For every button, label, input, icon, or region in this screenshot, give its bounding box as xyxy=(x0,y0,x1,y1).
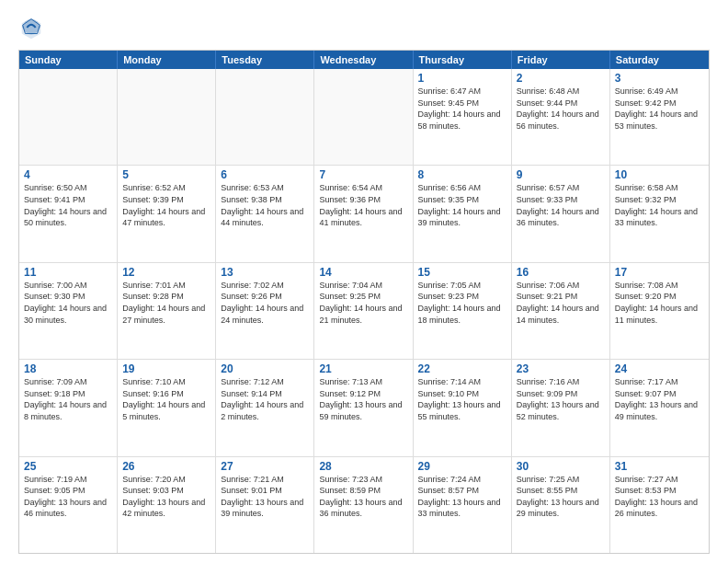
calendar-cell: 30Sunrise: 7:25 AMSunset: 8:55 PMDayligh… xyxy=(512,457,610,553)
header-friday: Friday xyxy=(512,51,610,69)
day-detail: Sunrise: 6:57 AMSunset: 9:33 PMDaylight:… xyxy=(517,182,605,228)
calendar-cell: 3Sunrise: 6:49 AMSunset: 9:42 PMDaylight… xyxy=(610,69,709,165)
day-detail: Sunrise: 7:14 AMSunset: 9:10 PMDaylight:… xyxy=(418,376,506,422)
header-wednesday: Wednesday xyxy=(314,51,413,69)
day-detail: Sunrise: 7:00 AMSunset: 9:30 PMDaylight:… xyxy=(24,280,112,326)
calendar-cell: 9Sunrise: 6:57 AMSunset: 9:33 PMDaylight… xyxy=(512,166,610,261)
day-number: 25 xyxy=(24,460,112,473)
calendar-cell: 24Sunrise: 7:17 AMSunset: 9:07 PMDayligh… xyxy=(610,360,709,455)
calendar-week-3: 18Sunrise: 7:09 AMSunset: 9:18 PMDayligh… xyxy=(19,360,709,456)
calendar-cell: 4Sunrise: 6:50 AMSunset: 9:41 PMDaylight… xyxy=(19,166,118,261)
day-detail: Sunrise: 7:01 AMSunset: 9:28 PMDaylight:… xyxy=(122,280,210,326)
day-number: 21 xyxy=(319,362,407,375)
calendar-cell: 1Sunrise: 6:47 AMSunset: 9:45 PMDaylight… xyxy=(414,69,512,165)
header-sunday: Sunday xyxy=(19,51,118,69)
day-detail: Sunrise: 6:56 AMSunset: 9:35 PMDaylight:… xyxy=(418,182,506,228)
day-number: 29 xyxy=(418,460,506,473)
day-number: 30 xyxy=(517,460,605,473)
calendar-cell: 15Sunrise: 7:05 AMSunset: 9:23 PMDayligh… xyxy=(414,263,512,359)
calendar-week-2: 11Sunrise: 7:00 AMSunset: 9:30 PMDayligh… xyxy=(19,263,709,360)
day-number: 22 xyxy=(418,362,506,375)
calendar-cell: 21Sunrise: 7:13 AMSunset: 9:12 PMDayligh… xyxy=(314,360,413,455)
day-detail: Sunrise: 7:16 AMSunset: 9:09 PMDaylight:… xyxy=(517,376,605,422)
day-detail: Sunrise: 7:25 AMSunset: 8:55 PMDaylight:… xyxy=(517,474,605,520)
day-detail: Sunrise: 7:04 AMSunset: 9:25 PMDaylight:… xyxy=(319,280,407,326)
calendar-cell: 11Sunrise: 7:00 AMSunset: 9:30 PMDayligh… xyxy=(19,263,118,359)
day-detail: Sunrise: 6:48 AMSunset: 9:44 PMDaylight:… xyxy=(517,86,605,132)
calendar-week-1: 4Sunrise: 6:50 AMSunset: 9:41 PMDaylight… xyxy=(19,166,709,262)
day-number: 19 xyxy=(122,362,210,375)
calendar: Sunday Monday Tuesday Wednesday Thursday… xyxy=(18,50,710,554)
day-detail: Sunrise: 7:17 AMSunset: 9:07 PMDaylight:… xyxy=(615,376,704,422)
day-number: 27 xyxy=(221,460,309,473)
day-number: 20 xyxy=(221,362,309,375)
day-detail: Sunrise: 7:06 AMSunset: 9:21 PMDaylight:… xyxy=(517,280,605,326)
day-number: 28 xyxy=(319,460,407,473)
day-number: 13 xyxy=(221,266,309,279)
day-number: 26 xyxy=(122,460,210,473)
day-number: 18 xyxy=(24,362,112,375)
day-detail: Sunrise: 6:50 AMSunset: 9:41 PMDaylight:… xyxy=(24,182,112,228)
day-number: 17 xyxy=(615,266,704,279)
day-detail: Sunrise: 7:12 AMSunset: 9:14 PMDaylight:… xyxy=(221,376,309,422)
day-number: 6 xyxy=(221,168,309,181)
calendar-cell: 19Sunrise: 7:10 AMSunset: 9:16 PMDayligh… xyxy=(118,360,216,455)
day-number: 1 xyxy=(418,72,506,85)
page: Sunday Monday Tuesday Wednesday Thursday… xyxy=(0,0,728,563)
calendar-cell xyxy=(314,69,413,165)
day-number: 12 xyxy=(122,266,210,279)
calendar-cell: 13Sunrise: 7:02 AMSunset: 9:26 PMDayligh… xyxy=(216,263,314,359)
calendar-header: Sunday Monday Tuesday Wednesday Thursday… xyxy=(19,51,709,69)
day-detail: Sunrise: 7:02 AMSunset: 9:26 PMDaylight:… xyxy=(221,280,309,326)
day-number: 24 xyxy=(615,362,704,375)
calendar-cell: 14Sunrise: 7:04 AMSunset: 9:25 PMDayligh… xyxy=(314,263,413,359)
day-number: 31 xyxy=(615,460,704,473)
day-detail: Sunrise: 6:54 AMSunset: 9:36 PMDaylight:… xyxy=(319,182,407,228)
calendar-cell: 18Sunrise: 7:09 AMSunset: 9:18 PMDayligh… xyxy=(19,360,118,455)
day-number: 15 xyxy=(418,266,506,279)
calendar-cell: 17Sunrise: 7:08 AMSunset: 9:20 PMDayligh… xyxy=(610,263,709,359)
header xyxy=(18,15,710,40)
day-detail: Sunrise: 7:13 AMSunset: 9:12 PMDaylight:… xyxy=(319,376,407,422)
day-number: 11 xyxy=(24,266,112,279)
day-number: 14 xyxy=(319,266,407,279)
day-number: 7 xyxy=(319,168,407,181)
day-detail: Sunrise: 6:52 AMSunset: 9:39 PMDaylight:… xyxy=(122,182,210,228)
header-tuesday: Tuesday xyxy=(216,51,314,69)
calendar-cell: 25Sunrise: 7:19 AMSunset: 9:05 PMDayligh… xyxy=(19,457,118,553)
day-detail: Sunrise: 7:19 AMSunset: 9:05 PMDaylight:… xyxy=(24,474,112,520)
calendar-cell: 23Sunrise: 7:16 AMSunset: 9:09 PMDayligh… xyxy=(512,360,610,455)
calendar-cell: 29Sunrise: 7:24 AMSunset: 8:57 PMDayligh… xyxy=(414,457,512,553)
day-detail: Sunrise: 7:10 AMSunset: 9:16 PMDaylight:… xyxy=(122,376,210,422)
day-number: 10 xyxy=(615,168,704,181)
calendar-cell: 7Sunrise: 6:54 AMSunset: 9:36 PMDaylight… xyxy=(314,166,413,261)
calendar-cell: 5Sunrise: 6:52 AMSunset: 9:39 PMDaylight… xyxy=(118,166,216,261)
calendar-cell: 8Sunrise: 6:56 AMSunset: 9:35 PMDaylight… xyxy=(414,166,512,261)
day-detail: Sunrise: 7:24 AMSunset: 8:57 PMDaylight:… xyxy=(418,474,506,520)
day-detail: Sunrise: 6:53 AMSunset: 9:38 PMDaylight:… xyxy=(221,182,309,228)
calendar-week-0: 1Sunrise: 6:47 AMSunset: 9:45 PMDaylight… xyxy=(19,69,709,166)
day-detail: Sunrise: 6:47 AMSunset: 9:45 PMDaylight:… xyxy=(418,86,506,132)
day-number: 4 xyxy=(24,168,112,181)
day-detail: Sunrise: 7:05 AMSunset: 9:23 PMDaylight:… xyxy=(418,280,506,326)
calendar-cell xyxy=(19,69,118,165)
day-number: 5 xyxy=(122,168,210,181)
calendar-cell: 26Sunrise: 7:20 AMSunset: 9:03 PMDayligh… xyxy=(118,457,216,553)
day-detail: Sunrise: 6:58 AMSunset: 9:32 PMDaylight:… xyxy=(615,182,704,228)
calendar-cell: 20Sunrise: 7:12 AMSunset: 9:14 PMDayligh… xyxy=(216,360,314,455)
calendar-cell: 16Sunrise: 7:06 AMSunset: 9:21 PMDayligh… xyxy=(512,263,610,359)
calendar-body: 1Sunrise: 6:47 AMSunset: 9:45 PMDaylight… xyxy=(19,69,709,553)
calendar-cell: 10Sunrise: 6:58 AMSunset: 9:32 PMDayligh… xyxy=(610,166,709,261)
day-detail: Sunrise: 7:27 AMSunset: 8:53 PMDaylight:… xyxy=(615,474,704,520)
calendar-cell: 28Sunrise: 7:23 AMSunset: 8:59 PMDayligh… xyxy=(314,457,413,553)
day-number: 16 xyxy=(517,266,605,279)
calendar-cell: 27Sunrise: 7:21 AMSunset: 9:01 PMDayligh… xyxy=(216,457,314,553)
day-detail: Sunrise: 7:21 AMSunset: 9:01 PMDaylight:… xyxy=(221,474,309,520)
header-monday: Monday xyxy=(118,51,216,69)
logo-icon xyxy=(18,15,44,40)
calendar-cell: 22Sunrise: 7:14 AMSunset: 9:10 PMDayligh… xyxy=(414,360,512,455)
day-number: 23 xyxy=(517,362,605,375)
calendar-cell: 31Sunrise: 7:27 AMSunset: 8:53 PMDayligh… xyxy=(610,457,709,553)
logo xyxy=(18,15,48,40)
calendar-cell xyxy=(118,69,216,165)
